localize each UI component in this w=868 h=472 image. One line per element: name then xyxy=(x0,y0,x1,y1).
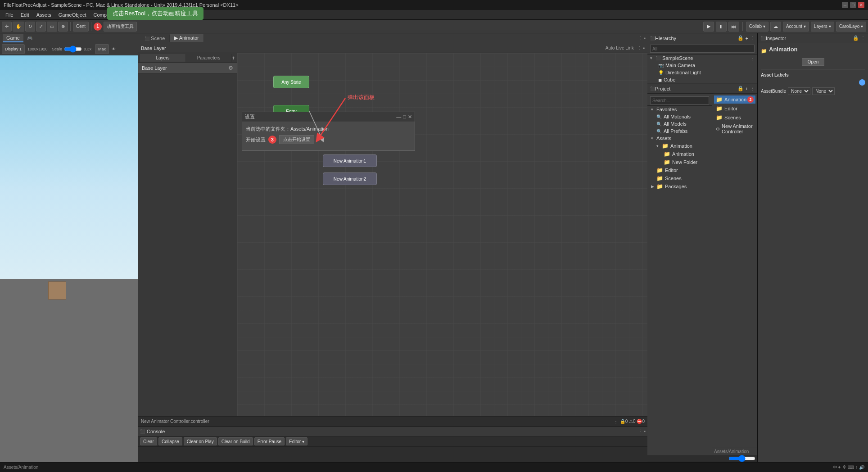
inspector-header: ⬛ Inspector 🔒 ⋮ xyxy=(758,33,868,43)
base-layer-item[interactable]: Base Layer ⚙ xyxy=(138,63,237,73)
start-settings-btn[interactable]: 点击开始设置 xyxy=(279,135,314,144)
asset-new-animator[interactable]: ⚙ New Animator Controller xyxy=(714,123,755,135)
fav-allprefabs[interactable]: 🔍 All Prefabs xyxy=(647,127,712,135)
asset-scenes-folder[interactable]: 📁 Scenes xyxy=(714,113,755,122)
clear-on-build-btn[interactable]: Clear on Build xyxy=(218,437,253,445)
step1-tooltip: 点击ResTool，点击动画精度工具 xyxy=(107,7,203,20)
inspector-panel: ⬛ Inspector 🔒 ⋮ 📁 Animation Open Asset L… xyxy=(758,33,868,462)
animation-tool-btn[interactable]: 动画精度工具 xyxy=(104,22,137,32)
clear-btn[interactable]: Clear xyxy=(140,437,157,445)
directionallight-label: Directional Light xyxy=(665,70,701,75)
hierarchy-maincamera[interactable]: 📷 Main Camera xyxy=(647,62,757,69)
menu-gameobject[interactable]: GameObject xyxy=(55,11,90,18)
tree-newfolder[interactable]: 📁 New Folder xyxy=(647,158,712,166)
tab-parameters[interactable]: Parameters xyxy=(186,54,232,62)
tree-editor[interactable]: 📁 Editor xyxy=(647,166,712,174)
account-dropdown[interactable]: Account ▾ xyxy=(783,22,809,32)
right-side: ⬛ Hierarchy 🔒 + ⋮ ▾ ⬛ SampleScene ⋮ xyxy=(647,33,868,462)
step-btn[interactable]: ⏭ xyxy=(728,22,739,32)
dialog-close[interactable]: ✕ xyxy=(408,114,412,120)
dialog-max[interactable]: □ xyxy=(403,114,406,120)
lock-icon[interactable]: 🔒 xyxy=(737,35,744,41)
clear-on-play-btn[interactable]: Clear on Play xyxy=(184,437,217,445)
hierarchy-options[interactable]: ⋮ xyxy=(750,36,755,41)
layers-dropdown[interactable]: Layers ▾ xyxy=(811,22,834,32)
add-layer-btn[interactable]: + xyxy=(232,55,235,61)
max-btn[interactable]: Max xyxy=(95,44,109,54)
animator-canvas[interactable]: Any State Entry New Animation New Animat… xyxy=(237,53,647,416)
hierarchy-add-btn[interactable]: + xyxy=(746,36,748,41)
console-options[interactable]: ⋮ ▪ xyxy=(638,429,646,434)
display-select[interactable]: Display 1 xyxy=(2,44,25,54)
editor-dropdown-btn[interactable]: Editor ▾ xyxy=(286,437,307,445)
play-btn[interactable]: ▶ xyxy=(703,22,714,32)
tab-animator[interactable]: ▶ Animator xyxy=(170,34,203,42)
menu-edit[interactable]: Edit xyxy=(17,11,33,18)
close-btn[interactable]: ✕ xyxy=(858,2,864,8)
inspector-lock[interactable]: 🔒 xyxy=(853,35,859,41)
cloud-btn[interactable]: ☁ xyxy=(770,22,781,32)
tool-scale[interactable]: ⤢ xyxy=(36,22,46,32)
scale-slider[interactable] xyxy=(64,47,82,51)
any-state-node[interactable]: Any State xyxy=(273,76,309,88)
project-favorites: ▾ Favorites 🔍 All Materials 🔍 All Models xyxy=(647,94,712,455)
new-animation2-node[interactable]: New Animation2 xyxy=(323,172,377,185)
inspector-options[interactable]: ⋮ xyxy=(861,36,865,41)
project-options[interactable]: ⋮ xyxy=(750,86,755,91)
dialog-controls[interactable]: — □ ✕ xyxy=(396,114,412,120)
hierarchy-cube[interactable]: ◼ Cube xyxy=(647,76,757,83)
fav-allmodels[interactable]: 🔍 All Models xyxy=(647,120,712,127)
error-pause-btn[interactable]: Error Pause xyxy=(254,437,285,445)
hierarchy-directionallight[interactable]: 💡 Directional Light xyxy=(647,69,757,76)
tool-move[interactable]: ✛ xyxy=(2,22,12,32)
project-add-btn[interactable]: + xyxy=(746,86,748,91)
hierarchy-samplescene[interactable]: ▾ ⬛ SampleScene ⋮ xyxy=(647,54,757,62)
asset-variant-select[interactable]: None xyxy=(812,87,835,95)
tree-scenes[interactable]: 📁 Scenes xyxy=(647,174,712,182)
tab-game[interactable]: Game xyxy=(3,34,23,42)
project-title: Project xyxy=(655,86,670,91)
menu-assets[interactable]: Assets xyxy=(33,11,55,18)
tree-animation[interactable]: ▾ 📁 Animation xyxy=(647,142,712,150)
tree-packages[interactable]: ▶ 📁 Packages xyxy=(647,182,712,191)
current-folder-row: 当前选中的文件夹：Assets/Animation xyxy=(246,126,411,132)
hierarchy-search-input[interactable] xyxy=(650,45,755,53)
new-animation1-node[interactable]: New Animation1 xyxy=(323,154,377,167)
asset-editor-folder[interactable]: 📁 Editor xyxy=(714,104,755,113)
window-controls[interactable]: ─ □ ✕ xyxy=(842,2,864,8)
tool-transform[interactable]: ⊕ xyxy=(58,22,68,32)
asset-path-label: Assets/Animation xyxy=(712,448,757,455)
toolbar: ✛ ✋ ↻ ⤢ ▭ ⊕ Cent 1 动画精度工具 点击ResTool，点击动画… xyxy=(0,20,868,33)
dialog-min[interactable]: — xyxy=(396,114,401,120)
tool-rect[interactable]: ▭ xyxy=(47,22,57,32)
animation-asset-label: Animation xyxy=(724,97,746,102)
asset-animation-folder[interactable]: 📁 Animation 2 xyxy=(714,95,755,104)
maximize-btn[interactable]: □ xyxy=(850,2,856,8)
panel-options[interactable]: ⋮ ▪ xyxy=(638,36,646,41)
menu-file[interactable]: File xyxy=(2,11,17,18)
tree-animation-sub[interactable]: 📁 Animation xyxy=(647,150,712,158)
tab-scene[interactable]: ⬛ Scene xyxy=(140,35,170,42)
open-btn[interactable]: Open xyxy=(802,58,824,66)
tool-hand[interactable]: ✋ xyxy=(13,22,24,32)
collab-dropdown[interactable]: Collab ▾ xyxy=(746,22,769,32)
asset-size-slider[interactable] xyxy=(728,456,755,461)
tool-rotate[interactable]: ↻ xyxy=(25,22,35,32)
collapse-btn[interactable]: Collapse xyxy=(158,437,182,445)
base-layer-name: Base Layer xyxy=(142,65,167,71)
tab-layers[interactable]: Layers xyxy=(140,54,186,62)
pause-btn[interactable]: ⏸ xyxy=(716,22,727,32)
bottom-bar: Assets/Animation 中✦ 🎙 ⌨ ↑ 🔊 xyxy=(0,462,868,472)
project-search[interactable] xyxy=(650,96,709,104)
minimize-btn[interactable]: ─ xyxy=(842,2,848,8)
layer-gear-icon[interactable]: ⚙ xyxy=(228,65,233,71)
fav-allmaterials[interactable]: 🔍 All Materials xyxy=(647,113,712,120)
project-lock-icon[interactable]: 🔒 xyxy=(737,86,744,91)
layout-dropdown[interactable]: CarolLayo ▾ xyxy=(836,22,866,32)
center-btn[interactable]: Cent xyxy=(73,22,89,32)
fav-header: ▾ Favorites xyxy=(647,106,712,113)
samplescene-options[interactable]: ⋮ xyxy=(750,56,755,61)
animator-header-icons[interactable]: ⋮ ▪ xyxy=(637,45,645,50)
footer-icons[interactable]: ⋮ xyxy=(614,419,618,424)
asset-bundle-select[interactable]: None xyxy=(788,87,810,95)
